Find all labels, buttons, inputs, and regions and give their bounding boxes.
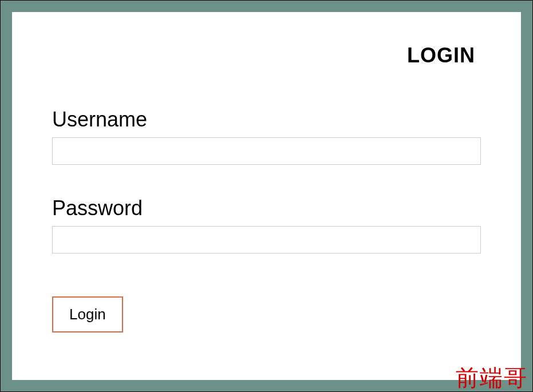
login-button[interactable]: Login: [52, 296, 123, 332]
password-input[interactable]: [52, 226, 481, 254]
username-label: Username: [52, 108, 481, 132]
username-field-group: Username: [52, 108, 481, 165]
password-label: Password: [52, 196, 481, 220]
password-field-group: Password: [52, 196, 481, 254]
username-input[interactable]: [52, 137, 481, 165]
login-form-container: LOGIN Username Password Login: [12, 12, 521, 380]
page-title: LOGIN: [52, 43, 481, 68]
